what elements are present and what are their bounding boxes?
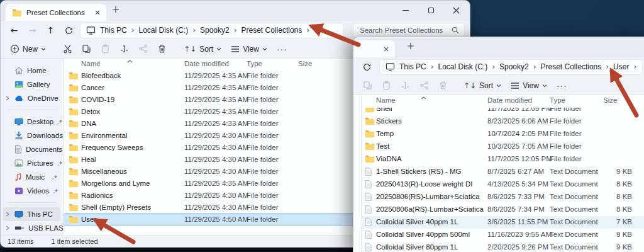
- tab-close-icon[interactable]: [384, 47, 389, 52]
- paste-icon[interactable]: [382, 81, 391, 90]
- sidebar-item-pictures[interactable]: Pictures: [3, 156, 60, 170]
- file-row-document[interactable]: 1-Shell Stickers (RS) - MG8/7/2025 6:27 …: [362, 166, 644, 178]
- chevron-right-icon[interactable]: ›: [306, 26, 309, 35]
- delete-icon[interactable]: [157, 44, 167, 54]
- file-row-document[interactable]: Colloidal Silver 40ppm 500ml11/16/2023 9…: [362, 229, 644, 241]
- delete-icon[interactable]: [438, 81, 448, 90]
- chevron-right-icon[interactable]: ›: [131, 26, 135, 35]
- column-header-date[interactable]: Date modified: [184, 60, 229, 67]
- share-icon[interactable]: [138, 44, 148, 54]
- file-date-modified: 2/20/2025 9:26 PM: [487, 243, 548, 251]
- sort-button[interactable]: ↑↓ Sort: [184, 45, 221, 54]
- column-header-size[interactable]: Size: [603, 96, 617, 104]
- cut-icon[interactable]: [63, 44, 72, 54]
- chevron-right-icon[interactable]: ›: [192, 26, 196, 35]
- tab-user[interactable]: [353, 40, 395, 57]
- file-date-modified: 11/29/2025 4:35 AM: [184, 84, 248, 91]
- sidebar-item-documents[interactable]: Documents: [3, 142, 60, 156]
- copy-icon[interactable]: [82, 44, 91, 54]
- column-header-type[interactable]: Type: [247, 60, 262, 67]
- file-type: File folder: [550, 117, 582, 125]
- file-row-folder[interactable]: ViaDNA11/7/2025 12:05 PMFile folder: [362, 153, 644, 166]
- column-header-type[interactable]: Type: [550, 96, 565, 104]
- rename-icon[interactable]: [401, 81, 410, 90]
- sidebar-item-usb-flash-e-[interactable]: USB FLASH (E:): [3, 221, 60, 235]
- file-row-folder[interactable]: Stickers8/23/2025 6:06 AMFile folder: [362, 115, 644, 128]
- file-date-modified: 8/6/2025 7:33 PM: [487, 193, 545, 200]
- view-button[interactable]: View: [231, 45, 267, 54]
- file-date-modified: 11/29/2025 4:30 AM: [184, 192, 248, 199]
- minimize-button[interactable]: [393, 1, 418, 20]
- breadcrumb-item-user[interactable]: User: [613, 62, 629, 71]
- column-header-name[interactable]: Name: [376, 96, 396, 104]
- tab-close-icon[interactable]: [95, 10, 100, 15]
- more-icon[interactable]: ···: [277, 44, 287, 54]
- chevron-right-icon[interactable]: ›: [234, 26, 237, 35]
- sidebar-item-music[interactable]: Music: [3, 170, 60, 184]
- breadcrumb-item-this-pc[interactable]: This PC: [399, 62, 426, 71]
- paste-icon[interactable]: [101, 44, 110, 54]
- rename-icon[interactable]: [119, 44, 129, 54]
- maximize-button[interactable]: [418, 1, 443, 20]
- search-box[interactable]: [353, 23, 465, 38]
- file-row-document[interactable]: 20250806(RS)-Lumbar+Sciatica8/6/2025 7:3…: [362, 191, 644, 203]
- navigation-bar: This PC›Local Disk (C:)›Spooky2›Preset C…: [353, 57, 644, 76]
- file-date-modified: 11/29/2025 4:30 AM: [184, 168, 248, 175]
- file-date-modified: 3/6/2025 11:55 PM: [487, 218, 548, 226]
- breadcrumb-item-local-disk-c-[interactable]: Local Disk (C:): [139, 26, 189, 35]
- chevron-right-icon[interactable]: ›: [533, 62, 536, 71]
- file-row-document[interactable]: Colloidal Silver 40ppm 1L3/6/2025 11:55 …: [362, 216, 644, 229]
- back-icon[interactable]: ←: [6, 23, 23, 38]
- breadcrumb-item-spooky2[interactable]: Spooky2: [200, 26, 230, 35]
- new-tab-icon[interactable]: [113, 6, 119, 13]
- sidebar-item-desktop[interactable]: Desktop: [3, 115, 60, 129]
- column-header-name[interactable]: Name: [81, 60, 101, 67]
- file-type: File folder: [247, 203, 279, 211]
- copy-icon[interactable]: [363, 81, 372, 90]
- breadcrumb: This PC›Local Disk (C:)›Spooky2›Preset C…: [379, 59, 643, 75]
- chevron-right-icon: [6, 96, 11, 101]
- tab-preset-collections[interactable]: Preset Collections: [6, 4, 106, 21]
- sidebar-item-gallery[interactable]: Gallery: [3, 77, 60, 91]
- refresh-icon[interactable]: [358, 59, 375, 74]
- chevron-right-icon[interactable]: ›: [431, 62, 434, 71]
- sidebar-item-onedrive[interactable]: OneDrive: [3, 91, 60, 105]
- forward-icon[interactable]: →: [24, 23, 41, 38]
- file-row-document[interactable]: Colloidal Silver 80ppm 1L2/20/2025 9:26 …: [362, 241, 644, 252]
- sidebar-item-videos[interactable]: Videos: [3, 184, 60, 198]
- sidebar-item-downloads[interactable]: Downloads: [3, 129, 60, 142]
- chevron-right-icon[interactable]: ›: [492, 62, 495, 71]
- close-button[interactable]: [443, 1, 469, 20]
- breadcrumb-item-preset-collections[interactable]: Preset Collections: [242, 26, 303, 35]
- file-size: 9 KB: [592, 168, 632, 175]
- file-type: File folder: [247, 192, 279, 199]
- refresh-icon[interactable]: [60, 23, 77, 38]
- breadcrumb-item-spooky2[interactable]: Spooky2: [499, 62, 529, 71]
- up-icon[interactable]: ↑: [42, 23, 59, 38]
- column-header-date[interactable]: Date modified: [487, 96, 532, 104]
- file-row-document[interactable]: 20250413(R)-Loose weight DI4/13/2025 5:3…: [362, 178, 644, 191]
- sort-button[interactable]: ↑↓ Sort: [464, 81, 501, 90]
- breadcrumb-item-local-disk-c-[interactable]: Local Disk (C:): [438, 62, 488, 71]
- search-input[interactable]: [358, 26, 452, 35]
- sidebar-item-this-pc[interactable]: This PC: [3, 207, 60, 221]
- file-type: File folder: [247, 96, 279, 103]
- file-row-folder[interactable]: Test10/3/2025 7:05 AMFile folder: [362, 140, 644, 153]
- more-icon[interactable]: ···: [557, 81, 567, 91]
- file-date-modified: 8/7/2025 6:27 AM: [487, 168, 544, 175]
- breadcrumb-item-this-pc[interactable]: This PC: [100, 26, 127, 35]
- chevron-right-icon[interactable]: ›: [633, 62, 636, 71]
- file-row-document[interactable]: 20250806a(RS)-Lumbar+Sciatica8/6/2025 7:…: [362, 203, 644, 216]
- column-header-size[interactable]: Size: [298, 60, 312, 67]
- chevron-right-icon[interactable]: ›: [606, 62, 609, 71]
- share-icon[interactable]: [419, 81, 429, 90]
- sidebar-item-home[interactable]: Home: [3, 64, 60, 77]
- breadcrumb-item-preset-collections[interactable]: Preset Collections: [541, 62, 602, 71]
- new-tab-icon[interactable]: [408, 43, 414, 49]
- downloads-icon: [14, 131, 23, 140]
- view-button[interactable]: View: [511, 81, 547, 90]
- new-button[interactable]: New: [10, 44, 46, 54]
- file-row-folder[interactable]: Temp10/7/2024 2:05 PMFile folder: [362, 128, 644, 140]
- file-name: Temp: [376, 130, 394, 137]
- file-name: Frequency Sweeps: [81, 144, 143, 151]
